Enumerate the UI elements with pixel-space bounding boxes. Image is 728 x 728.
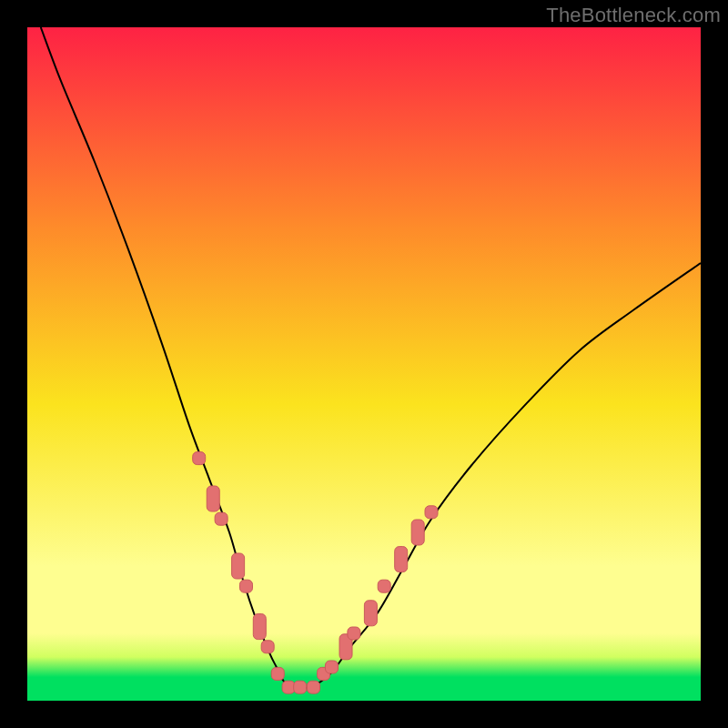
curve-layer xyxy=(27,27,701,701)
data-marker xyxy=(253,614,266,640)
plot-area xyxy=(27,27,701,701)
data-marker xyxy=(411,520,424,545)
data-marker xyxy=(282,681,295,693)
data-marker xyxy=(215,512,228,525)
data-marker xyxy=(378,580,390,592)
curve-path xyxy=(41,27,701,688)
bottleneck-curve xyxy=(41,27,701,688)
data-marker xyxy=(395,547,408,572)
data-marker xyxy=(261,641,274,653)
data-marker xyxy=(193,452,206,465)
data-marker xyxy=(294,681,307,693)
data-marker xyxy=(364,601,377,626)
data-marker xyxy=(308,681,320,693)
data-marker xyxy=(348,627,360,640)
chart-frame: TheBottleneck.com xyxy=(0,0,728,728)
data-marker xyxy=(271,667,284,680)
data-marker xyxy=(425,506,438,519)
data-marker xyxy=(232,553,245,579)
data-marker xyxy=(325,661,338,673)
data-marker xyxy=(207,486,219,511)
watermark-text: TheBottleneck.com xyxy=(546,4,721,27)
data-marker xyxy=(240,580,253,592)
